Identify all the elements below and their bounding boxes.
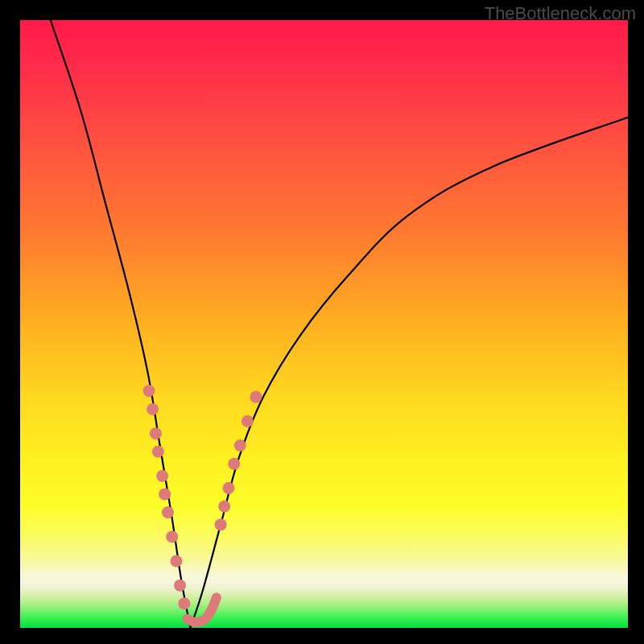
highlight-dots-left — [143, 385, 191, 609]
highlight-dot — [215, 518, 227, 530]
chart-container: TheBottleneck.com — [0, 0, 644, 644]
highlight-dot — [162, 506, 174, 518]
highlight-dots-right — [215, 391, 262, 531]
highlight-dot — [178, 597, 190, 609]
right-curve — [190, 118, 628, 628]
highlight-dot — [234, 440, 246, 452]
plot-area — [20, 20, 628, 628]
highlight-dot — [218, 501, 230, 513]
highlight-dot — [171, 555, 183, 567]
highlight-dot — [159, 488, 171, 500]
highlight-dot — [147, 403, 159, 415]
highlight-dot — [250, 391, 262, 403]
watermark-text: TheBottleneck.com — [485, 3, 636, 24]
highlight-dot — [222, 482, 234, 494]
highlight-dot — [166, 530, 178, 543]
highlight-dot — [228, 458, 240, 470]
highlight-dot — [156, 470, 168, 482]
highlight-dot — [152, 446, 164, 458]
bottom-dot-run — [188, 597, 217, 622]
highlight-dot — [150, 427, 162, 440]
highlight-dot — [174, 580, 186, 592]
highlight-dot — [242, 415, 254, 427]
highlight-dot — [143, 385, 155, 397]
curve-svg — [20, 20, 628, 628]
